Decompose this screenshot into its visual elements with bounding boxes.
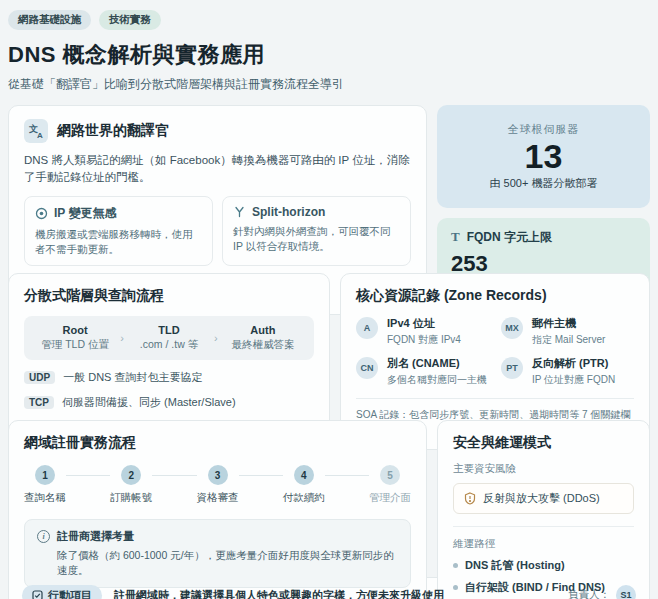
records-card-title: 核心資源記錄 (Zone Records) <box>356 287 634 305</box>
action-badge-label: 行動項目 <box>48 588 92 599</box>
divider <box>453 526 634 527</box>
level-root: Root 管理 TLD 位置 <box>30 324 120 352</box>
owner-label: 負責人： <box>568 588 610 599</box>
risk-text: 反射與放大攻擊 (DDoS) <box>483 491 600 506</box>
step-label: 查詢名稱 <box>24 491 66 505</box>
level-desc: 最終權威答案 <box>218 338 308 352</box>
action-item-text: 註冊網域時，建議選擇具個人特色或興趣的字樣，方便未來升級使用 <box>114 588 556 599</box>
stat-caption: 由 500+ 機器分散部署 <box>490 176 598 191</box>
feature-split-horizon: Split-horizon 針對內網與外網查詢，可回覆不同 IP 以符合存取情境… <box>222 196 411 266</box>
proto-text: 伺服器間備援、同步 (Master/Slave) <box>62 395 236 410</box>
step-5: 5 管理介面 <box>369 465 411 505</box>
record-badge: CN <box>356 357 378 379</box>
tag-network-infra: 網路基礎設施 <box>8 10 91 30</box>
translator-card-title: 網路世界的翻譯官 <box>57 122 169 140</box>
record-name: 郵件主機 <box>532 316 605 331</box>
step-label: 資格審查 <box>197 491 239 505</box>
root-servers-stat-card: 全球根伺服器 13 由 500+ 機器分散部署 <box>437 105 650 208</box>
ops-text: DNS 託管 (Hosting) <box>465 558 565 573</box>
hierarchy-card-title: 分散式階層與查詢流程 <box>24 287 314 305</box>
step-connector <box>239 475 283 476</box>
step-3: 3 資格審查 <box>197 465 239 505</box>
feature-text: 針對內網與外網查詢，可回覆不同 IP 以符合存取情境。 <box>233 224 400 254</box>
step-number: 3 <box>208 465 228 485</box>
record-ptr: PT 反向解析 (PTR) IP 位址對應 FQDN <box>501 356 634 387</box>
record-a: A IPv4 位址 FQDN 對應 IPv4 <box>356 316 489 347</box>
stat-title: FQDN 字元上限 <box>467 229 552 246</box>
translate-icon: 文 A <box>24 119 48 143</box>
level-desc: .com / .tw 等 <box>124 338 214 352</box>
risk-item: 反射與放大攻擊 (DDoS) <box>453 483 634 514</box>
protocol-udp: UDP 一般 DNS 查詢封包主要協定 <box>24 370 314 385</box>
note-title: 註冊商選擇考量 <box>57 529 134 544</box>
header-tags: 網路基礎設施 技術實務 <box>8 10 650 30</box>
refresh-target-icon <box>35 207 48 220</box>
level-name: TLD <box>124 324 214 336</box>
record-name: IPv4 位址 <box>387 316 461 331</box>
feature-ip-change: IP 變更無感 機房搬遷或雲端服務移轉時，使用者不需手動更新。 <box>24 196 213 266</box>
record-mx: MX 郵件主機 指定 Mail Server <box>501 316 634 347</box>
text-t-icon: T <box>451 229 460 245</box>
record-badge: MX <box>501 317 523 339</box>
feature-text: 機房搬遷或雲端服務移轉時，使用者不需手動更新。 <box>35 227 202 257</box>
ops-label: 維運路徑 <box>453 537 634 551</box>
step-connector <box>152 475 196 476</box>
step-number: 5 <box>380 465 400 485</box>
stat-label: 全球根伺服器 <box>508 122 580 137</box>
record-desc: 多個名稱對應同一主機 <box>387 373 487 387</box>
feature-title: Split-horizon <box>252 205 325 219</box>
page-subtitle: 從基礎「翻譯官」比喻到分散式階層架構與註冊實務流程全導引 <box>8 76 650 93</box>
note-text: 除了價格（約 600-1000 元/年），更應考量介面好用度與全球更新同步的速度… <box>57 548 398 578</box>
udp-badge: UDP <box>24 371 55 384</box>
record-cname: CN 別名 (CNAME) 多個名稱對應同一主機 <box>356 356 489 387</box>
action-item-badge: 行動項目 <box>22 585 102 599</box>
step-2: 2 訂購帳號 <box>110 465 152 505</box>
step-label: 訂購帳號 <box>110 491 152 505</box>
protocol-tcp: TCP 伺服器間備援、同步 (Master/Slave) <box>24 395 314 410</box>
checkbox-check-icon <box>32 590 43 599</box>
record-desc: FQDN 對應 IPv4 <box>387 333 461 347</box>
tcp-badge: TCP <box>24 396 54 409</box>
step-connector <box>66 475 110 476</box>
record-name: 別名 (CNAME) <box>387 356 487 371</box>
step-number: 1 <box>35 465 55 485</box>
step-1: 1 查詢名稱 <box>24 465 66 505</box>
svg-text:A: A <box>37 131 43 139</box>
level-name: Root <box>30 324 120 336</box>
level-tld: TLD .com / .tw 等 <box>124 324 214 352</box>
step-number: 4 <box>294 465 314 485</box>
tag-tech-practice: 技術實務 <box>99 10 161 30</box>
level-auth: Auth 最終權威答案 <box>218 324 308 352</box>
security-card-title: 安全與維運模式 <box>453 434 634 452</box>
registration-card: 網域註冊實務流程 1 查詢名稱 2 訂購帳號 3 資格審查 4 付款續約 <box>8 420 427 599</box>
risk-label: 主要資安風險 <box>453 462 634 476</box>
stat-value: 13 <box>525 137 563 176</box>
page-title: DNS 概念解析與實務應用 <box>8 40 650 70</box>
registration-steps: 1 查詢名稱 2 訂購帳號 3 資格審查 4 付款續約 5 管理介面 <box>24 465 411 505</box>
step-connector <box>325 475 369 476</box>
step-label: 管理介面 <box>369 491 411 505</box>
level-name: Auth <box>218 324 308 336</box>
registrar-note: i 註冊商選擇考量 除了價格（約 600-1000 元/年），更應考量介面好用度… <box>24 519 411 588</box>
step-4: 4 付款續約 <box>283 465 325 505</box>
ops-item-hosting: DNS 託管 (Hosting) <box>453 558 634 573</box>
record-desc: IP 位址對應 FQDN <box>532 373 615 387</box>
split-branch-icon <box>233 205 246 218</box>
record-badge: A <box>356 317 378 339</box>
shield-alert-icon <box>464 492 476 505</box>
translator-description: DNS 將人類易記的網址（如 Facebook）轉換為機器可路由的 IP 位址，… <box>24 152 411 187</box>
step-label: 付款續約 <box>283 491 325 505</box>
info-icon: i <box>37 530 50 543</box>
owner-avatar: S1 <box>616 585 636 599</box>
bullet-dot <box>453 563 458 568</box>
feature-title: IP 變更無感 <box>54 205 116 222</box>
record-desc: 指定 Mail Server <box>532 333 605 347</box>
record-name: 反向解析 (PTR) <box>532 356 615 371</box>
security-card: 安全與維運模式 主要資安風險 反射與放大攻擊 (DDoS) 維運路徑 DNS 託… <box>437 420 650 599</box>
step-number: 2 <box>121 465 141 485</box>
proto-text: 一般 DNS 查詢封包主要協定 <box>63 370 202 385</box>
record-badge: PT <box>501 357 523 379</box>
registration-card-title: 網域註冊實務流程 <box>24 434 411 452</box>
hierarchy-strip: Root 管理 TLD 位置 › TLD .com / .tw 等 › Auth… <box>24 316 314 360</box>
level-desc: 管理 TLD 位置 <box>30 338 120 352</box>
